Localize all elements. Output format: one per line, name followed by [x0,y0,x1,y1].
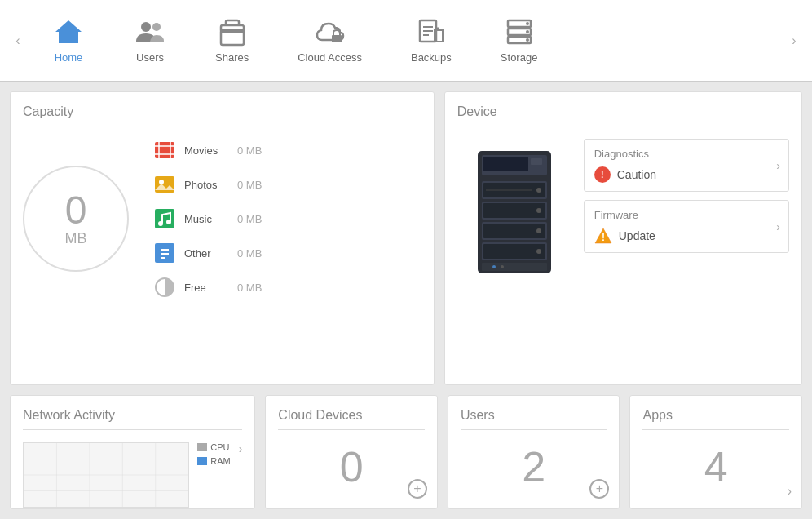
shares-icon [218,17,247,47]
svg-rect-50 [482,263,547,271]
network-chart-arrow[interactable]: › [239,442,243,455]
device-inner: Diagnostics ! Caution › Firmware [457,139,789,286]
svg-rect-5 [221,25,244,32]
svg-point-52 [501,265,504,268]
diagnostics-status-text: Caution [617,168,656,181]
nav-item-users[interactable]: Users [109,9,191,72]
svg-point-2 [141,22,151,32]
diagnostics-arrow[interactable]: › [776,159,780,172]
device-panel: Device [444,91,802,385]
capacity-legend: Movies 0 MB Photos 0 MB [153,139,262,299]
home-icon [54,17,83,47]
users-summary-panel: Users 2 + [448,395,620,509]
svg-point-39 [536,188,541,193]
device-title: Device [457,104,789,126]
svg-point-51 [492,265,496,268]
svg-point-3 [152,23,161,31]
network-legend-container: CPU RAM [197,442,230,466]
music-value: 0 MB [237,213,262,225]
svg-point-15 [526,30,529,33]
capacity-value: 0 [65,191,87,230]
users-add-button[interactable]: + [589,479,609,499]
svg-rect-48 [483,244,545,259]
nas-device-image [457,139,571,286]
network-inner: CPU RAM › [23,442,242,508]
svg-rect-1 [65,35,72,43]
svg-point-14 [526,22,529,25]
nav-users-label: Users [136,51,164,64]
nav-item-home[interactable]: Home [28,9,109,72]
svg-point-26 [158,221,163,226]
nas-svg [466,147,563,277]
nav-shares-label: Shares [215,51,249,64]
photos-icon [153,173,176,196]
apps-count: 4 [642,442,789,491]
svg-rect-25 [155,209,174,228]
top-panels-row: Capacity 0 MB [10,91,802,385]
ram-color [197,457,207,465]
cloud-devices-count: 0 [278,442,425,491]
diagnostics-card[interactable]: Diagnostics ! Caution › [584,139,789,192]
movies-value: 0 MB [237,144,262,157]
ram-legend-item: RAM [197,456,230,466]
nav-item-cloud-access[interactable]: Cloud Access [273,9,386,72]
firmware-arrow[interactable]: › [776,220,780,233]
legend-item-photos: Photos 0 MB [153,173,262,196]
cpu-color [197,443,207,451]
legend-item-music: Music 0 MB [153,207,262,230]
movies-icon [153,139,176,162]
backups-icon [417,17,446,47]
storage-icon [505,17,534,47]
diagnostics-content: ! Caution [594,166,779,183]
nav-items-container: Home Users Shares [28,9,784,72]
free-icon [153,276,176,299]
users-summary-title: Users [461,408,607,430]
nav-cloud-access-label: Cloud Access [298,51,362,64]
capacity-panel: Capacity 0 MB [10,91,435,385]
cloud-access-icon [314,17,346,47]
music-icon [153,207,176,230]
free-value: 0 MB [237,282,262,294]
firmware-card[interactable]: Firmware ! Update › [584,200,789,253]
users-icon [135,17,165,47]
svg-point-49 [536,249,541,254]
movies-label: Movies [184,144,229,157]
svg-point-43 [536,208,541,213]
apps-arrow-button[interactable]: › [788,484,792,499]
svg-rect-42 [483,203,545,218]
svg-point-46 [536,228,541,233]
cloud-devices-panel: Cloud Devices 0 + [265,395,438,509]
apps-title: Apps [642,408,789,430]
nav-next-arrow[interactable]: › [784,0,804,81]
svg-rect-45 [483,224,545,238]
bottom-panels-row: Network Activity [10,395,802,509]
cpu-legend-item: CPU [197,442,229,452]
diagnostics-card-title: Diagnostics [594,148,779,160]
photos-label: Photos [184,179,229,191]
nav-prev-arrow[interactable]: ‹ [8,0,28,81]
cloud-devices-title: Cloud Devices [278,408,425,430]
capacity-title: Capacity [23,104,421,126]
capacity-unit: MB [65,230,87,247]
photos-value: 0 MB [237,179,262,191]
network-activity-panel: Network Activity [10,395,255,509]
ram-label: RAM [210,456,230,466]
nav-backups-label: Backups [411,51,452,64]
nav-item-shares[interactable]: Shares [191,9,273,72]
nav-item-storage[interactable]: Storage [476,9,563,72]
other-icon [153,242,176,264]
capacity-circle: 0 MB [23,166,129,272]
svg-text:!: ! [602,232,605,243]
users-count: 2 [461,442,607,491]
legend-item-movies: Movies 0 MB [153,139,262,162]
capacity-inner: 0 MB [23,139,421,299]
firmware-card-title: Firmware [594,209,779,221]
cloud-devices-add-button[interactable]: + [408,479,427,499]
firmware-content: ! Update [594,228,779,244]
legend-item-free: Free 0 MB [153,276,262,299]
svg-rect-6 [332,35,342,42]
nav-item-backups[interactable]: Backups [386,9,476,72]
nav-home-label: Home [55,51,83,64]
svg-point-16 [526,38,529,42]
svg-rect-36 [531,158,542,165]
